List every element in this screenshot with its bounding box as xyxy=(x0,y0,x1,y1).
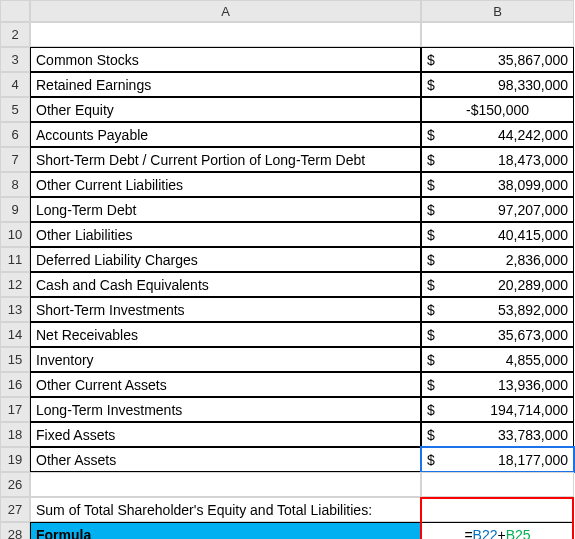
row-header-3[interactable]: 3 xyxy=(0,47,30,72)
row-header-10[interactable]: 10 xyxy=(0,222,30,247)
cell-a17[interactable]: Long-Term Investments xyxy=(30,397,421,422)
cell-value: 2,836,000 xyxy=(506,252,568,268)
cell-a5[interactable]: Other Equity xyxy=(30,97,421,122)
cell-b28-formula[interactable]: =B22+B25 xyxy=(421,522,574,539)
cell-b18[interactable]: $33,783,000 xyxy=(421,422,574,447)
cell-value: 53,892,000 xyxy=(498,302,568,318)
cell-a12[interactable]: Cash and Cash Equivalents xyxy=(30,272,421,297)
row-header-26[interactable]: 26 xyxy=(0,472,30,497)
cell-a13[interactable]: Short-Term Investments xyxy=(30,297,421,322)
cell-value: 40,415,000 xyxy=(498,227,568,243)
cell-value: 18,473,000 xyxy=(498,152,568,168)
cell-a14[interactable]: Net Receivables xyxy=(30,322,421,347)
cell-value: 35,673,000 xyxy=(498,327,568,343)
cell-value: 4,855,000 xyxy=(506,352,568,368)
cell-a3[interactable]: Common Stocks xyxy=(30,47,421,72)
cell-b7[interactable]: $18,473,000 xyxy=(421,147,574,172)
currency-symbol: $ xyxy=(427,277,435,293)
row-header-13[interactable]: 13 xyxy=(0,297,30,322)
cell-a10[interactable]: Other Liabilities xyxy=(30,222,421,247)
formula-equals: = xyxy=(464,527,472,540)
cell-value: 33,783,000 xyxy=(498,427,568,443)
row-header-14[interactable]: 14 xyxy=(0,322,30,347)
cell-value: 20,289,000 xyxy=(498,277,568,293)
cell-b4[interactable]: $98,330,000 xyxy=(421,72,574,97)
spreadsheet: A B 2 3Common Stocks$35,867,0004Retained… xyxy=(0,0,574,539)
cell-value: 35,867,000 xyxy=(498,52,568,68)
column-header-b[interactable]: B xyxy=(421,0,574,22)
row-header-18[interactable]: 18 xyxy=(0,422,30,447)
cell-b26[interactable] xyxy=(421,472,574,497)
cell-b17[interactable]: $194,714,000 xyxy=(421,397,574,422)
row-header-7[interactable]: 7 xyxy=(0,147,30,172)
cell-b16[interactable]: $13,936,000 xyxy=(421,372,574,397)
currency-symbol: $ xyxy=(427,402,435,418)
row-header-11[interactable]: 11 xyxy=(0,247,30,272)
formula-plus: + xyxy=(498,527,506,540)
currency-symbol: $ xyxy=(427,202,435,218)
cell-a6[interactable]: Accounts Payable xyxy=(30,122,421,147)
select-all-corner[interactable] xyxy=(0,0,30,22)
cell-b27[interactable] xyxy=(421,497,574,522)
currency-symbol: $ xyxy=(427,377,435,393)
cell-b9[interactable]: $97,207,000 xyxy=(421,197,574,222)
cell-a8[interactable]: Other Current Liabilities xyxy=(30,172,421,197)
row-header-6[interactable]: 6 xyxy=(0,122,30,147)
currency-symbol: $ xyxy=(427,327,435,343)
row-header-19[interactable]: 19 xyxy=(0,447,30,472)
row-header-12[interactable]: 12 xyxy=(0,272,30,297)
currency-symbol: $ xyxy=(427,127,435,143)
row-header-8[interactable]: 8 xyxy=(0,172,30,197)
row-header-9[interactable]: 9 xyxy=(0,197,30,222)
row-header-27[interactable]: 27 xyxy=(0,497,30,522)
cell-a9[interactable]: Long-Term Debt xyxy=(30,197,421,222)
cell-value: -$150,000 xyxy=(466,102,529,118)
cell-value: 18,177,000 xyxy=(498,452,568,468)
cell-a19[interactable]: Other Assets xyxy=(30,447,421,472)
row-header-4[interactable]: 4 xyxy=(0,72,30,97)
cell-b12[interactable]: $20,289,000 xyxy=(421,272,574,297)
currency-symbol: $ xyxy=(427,427,435,443)
cell-b8[interactable]: $38,099,000 xyxy=(421,172,574,197)
cell-value: 97,207,000 xyxy=(498,202,568,218)
cell-a15[interactable]: Inventory xyxy=(30,347,421,372)
cell-a7[interactable]: Short-Term Debt / Current Portion of Lon… xyxy=(30,147,421,172)
cell-a27[interactable]: Sum of Total Shareholder's Equity and To… xyxy=(30,497,421,522)
cell-value: 13,936,000 xyxy=(498,377,568,393)
cell-value: 98,330,000 xyxy=(498,77,568,93)
cell-b5[interactable]: -$150,000 xyxy=(421,97,574,122)
cell-a11[interactable]: Deferred Liability Charges xyxy=(30,247,421,272)
cell-b14[interactable]: $35,673,000 xyxy=(421,322,574,347)
cell-b15[interactable]: $4,855,000 xyxy=(421,347,574,372)
currency-symbol: $ xyxy=(427,302,435,318)
cell-b19[interactable]: $18,177,000 xyxy=(421,447,574,472)
cell-b13[interactable]: $53,892,000 xyxy=(421,297,574,322)
currency-symbol: $ xyxy=(427,52,435,68)
cell-value: 194,714,000 xyxy=(490,402,568,418)
cell-a28-formula-label[interactable]: Formula xyxy=(30,522,421,539)
currency-symbol: $ xyxy=(427,227,435,243)
cell-b3[interactable]: $35,867,000 xyxy=(421,47,574,72)
cell-b11[interactable]: $2,836,000 xyxy=(421,247,574,272)
currency-symbol: $ xyxy=(427,177,435,193)
currency-symbol: $ xyxy=(427,152,435,168)
currency-symbol: $ xyxy=(427,77,435,93)
formula-ref-b25: B25 xyxy=(506,527,531,540)
row-header-17[interactable]: 17 xyxy=(0,397,30,422)
cell-a4[interactable]: Retained Earnings xyxy=(30,72,421,97)
cell-a18[interactable]: Fixed Assets xyxy=(30,422,421,447)
cell-a26[interactable] xyxy=(30,472,421,497)
cell-a2[interactable] xyxy=(30,22,421,47)
cell-b10[interactable]: $40,415,000 xyxy=(421,222,574,247)
cell-a16[interactable]: Other Current Assets xyxy=(30,372,421,397)
cell-value: 44,242,000 xyxy=(498,127,568,143)
row-header-15[interactable]: 15 xyxy=(0,347,30,372)
row-header-2[interactable]: 2 xyxy=(0,22,30,47)
cell-b6[interactable]: $44,242,000 xyxy=(421,122,574,147)
currency-symbol: $ xyxy=(427,252,435,268)
cell-b2[interactable] xyxy=(421,22,574,47)
row-header-16[interactable]: 16 xyxy=(0,372,30,397)
row-header-28[interactable]: 28 xyxy=(0,522,30,539)
row-header-5[interactable]: 5 xyxy=(0,97,30,122)
column-header-a[interactable]: A xyxy=(30,0,421,22)
